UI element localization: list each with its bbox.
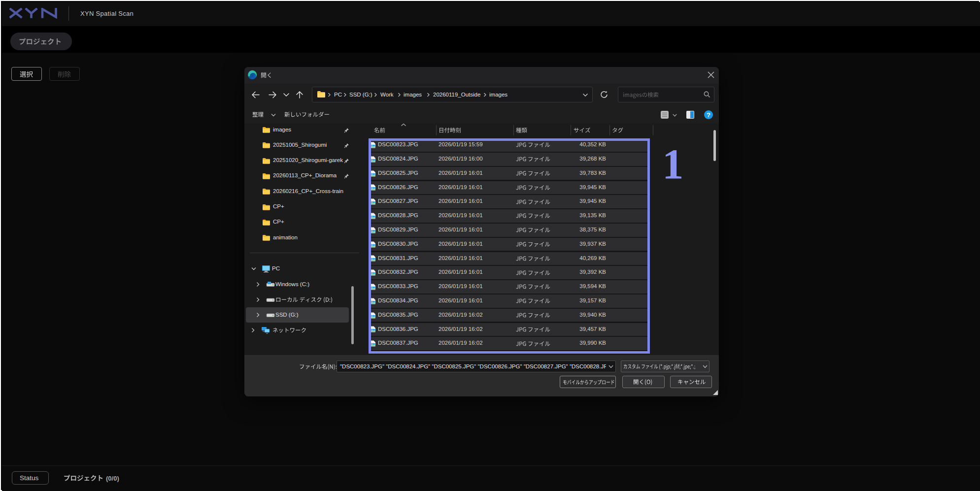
svg-text:?: ? <box>707 111 710 119</box>
